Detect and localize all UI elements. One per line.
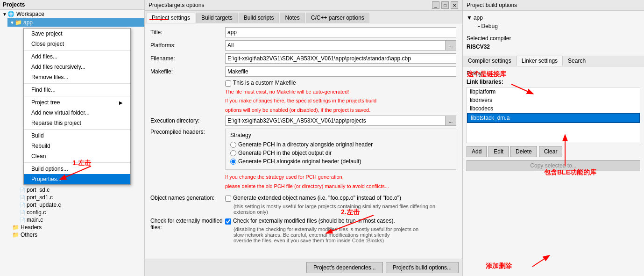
- minimize-button[interactable]: _: [432, 1, 439, 9]
- compiler-value: RISCV32: [467, 44, 640, 50]
- separator-5: [24, 162, 130, 163]
- check-modified-checkbox[interactable]: [225, 218, 231, 225]
- separator-2: [24, 83, 130, 84]
- radio-row-2: Generate PCH in the object output dir: [230, 150, 451, 156]
- subtab-search[interactable]: Search: [563, 56, 591, 66]
- radio-pch-1[interactable]: [230, 142, 236, 148]
- app-folder-icon: 📁: [15, 19, 22, 26]
- middle-panel: Project/targets options _ □ ✕ Project se…: [145, 0, 462, 276]
- maximize-button[interactable]: □: [441, 1, 449, 9]
- strategy-title: Strategy: [230, 132, 451, 138]
- tab-build-scripts[interactable]: Build scripts: [239, 13, 279, 23]
- menu-find-file[interactable]: Find file...: [24, 85, 130, 95]
- menu-project-tree[interactable]: Project tree ▶: [24, 97, 130, 108]
- folder-icon-others: 📁: [12, 232, 19, 238]
- menu-add-files-recursively[interactable]: Add files recursively...: [24, 62, 130, 72]
- tab-cpp-parser[interactable]: C/C++ parser options: [306, 13, 369, 23]
- object-names-cb-label: Generate extended object names (i.e. "fo…: [233, 195, 401, 201]
- add-button[interactable]: Add: [467, 146, 487, 157]
- object-names-checkbox-row: Generate extended object names (i.e. "fo…: [225, 195, 456, 202]
- linker-content: Policy: Link libraries: libplatform libd…: [463, 66, 644, 175]
- lib-buttons: Add Edit Delete Clear: [467, 146, 640, 157]
- close-button[interactable]: ✕: [451, 1, 458, 9]
- folder-headers: 📁 Headers 📁 Others: [4, 224, 139, 239]
- separator-3: [24, 96, 130, 96]
- build-tree-app-icon: ▼: [467, 15, 472, 21]
- execution-dir-input[interactable]: [225, 116, 445, 126]
- menu-build[interactable]: Build: [24, 131, 130, 141]
- app-expander: ▼: [9, 20, 15, 25]
- makefile-label: Makefile:: [150, 68, 225, 75]
- build-tree-debug[interactable]: └ Debug: [467, 22, 640, 30]
- dependencies-button[interactable]: Project's dependencies...: [306, 262, 383, 273]
- menu-reparse-project[interactable]: Reparse this project: [24, 118, 130, 128]
- tab-notes[interactable]: Notes: [280, 13, 304, 23]
- makefile-input[interactable]: [225, 66, 456, 77]
- platforms-input[interactable]: [225, 40, 445, 51]
- menu-remove-files[interactable]: Remove files...: [24, 72, 130, 82]
- check-modified-label: Check for externally modified files:: [150, 218, 225, 231]
- radio-pch-3[interactable]: [230, 159, 236, 165]
- lib-list: libplatform libdrivers libcodecs libbtst…: [467, 87, 640, 143]
- tab-build-targets[interactable]: Build targets: [196, 13, 238, 23]
- object-names-checkbox[interactable]: [225, 196, 231, 202]
- execution-dir-btn[interactable]: ...: [445, 116, 456, 126]
- file-port-sd1[interactable]: 📄 port_sd1.c: [19, 194, 139, 201]
- menu-build-options[interactable]: Build options...: [24, 164, 130, 174]
- menu-properties[interactable]: Properties...: [24, 174, 130, 184]
- menu-close-project[interactable]: Close project: [24, 39, 130, 49]
- menu-add-files[interactable]: Add files...: [24, 51, 130, 62]
- menu-add-virtual-folder[interactable]: Add new virtual folder...: [24, 108, 130, 118]
- platforms-input-group: ...: [225, 40, 456, 51]
- pch-warning-1: If you change the strategy used for PCH …: [225, 174, 456, 181]
- custom-makefile-row: This is a custom Makefile The file must …: [225, 80, 456, 114]
- lib-item-0[interactable]: libplatform: [467, 87, 640, 96]
- app-item[interactable]: ▼ 📁 app: [7, 18, 144, 27]
- panel-titlebar: Project/targets options _ □ ✕: [145, 0, 462, 11]
- radio-pch-2[interactable]: [230, 150, 236, 156]
- clear-button[interactable]: Clear: [539, 146, 563, 157]
- projects-header: Projects: [0, 0, 144, 10]
- check-modified-row: Check for externally modified files: Che…: [150, 218, 456, 243]
- edit-button[interactable]: Edit: [488, 146, 509, 157]
- filename-label: Filename:: [150, 55, 225, 62]
- file-icon-1: 📄: [20, 188, 25, 193]
- filename-input[interactable]: [225, 53, 456, 64]
- panel-controls: _ □ ✕: [432, 1, 458, 9]
- platforms-btn[interactable]: ...: [445, 40, 456, 51]
- workspace-item[interactable]: ▼ 🌐 Workspace: [0, 10, 144, 18]
- copy-selected-button[interactable]: Copy selected to...: [467, 160, 640, 171]
- subtab-compiler-settings[interactable]: Compiler settings: [463, 56, 517, 66]
- app-tree-node: ▼ 📁 app: [0, 18, 144, 27]
- object-names-info: (this setting is mostly useful for large…: [225, 203, 456, 215]
- pch-warning-2: please delete the old PCH file (or direc…: [225, 183, 456, 190]
- lib-item-2[interactable]: libcodecs: [467, 104, 640, 113]
- file-port-update[interactable]: 📄 port_update.c: [19, 201, 139, 209]
- folder-headers-item[interactable]: 📁 Headers: [11, 224, 139, 231]
- compiler-label: Selected compiler: [467, 35, 640, 42]
- build-tree-app[interactable]: ▼ app: [467, 14, 640, 22]
- platforms-label: Platforms:: [150, 42, 225, 49]
- radio-label-3: Generate PCH alongside original header (…: [238, 158, 361, 165]
- build-options-button[interactable]: Project's build options...: [386, 262, 459, 273]
- file-main[interactable]: 📄 main.c: [19, 216, 139, 224]
- file-port-sd[interactable]: 📄 port_sd.c: [19, 186, 139, 194]
- menu-rebuild[interactable]: Rebuild: [24, 141, 130, 151]
- menu-save-project[interactable]: Save project: [24, 29, 130, 39]
- warning-line3: options will only be enabled (or disable…: [225, 107, 456, 114]
- lib-item-1[interactable]: libdrivers: [467, 96, 640, 104]
- file-config[interactable]: 📄 config.c: [19, 209, 139, 216]
- app-label: app: [23, 19, 33, 26]
- folder-others-item[interactable]: 📁 Others: [11, 231, 139, 239]
- file-list: 📄 port_sd.c 📄 port_sd1.c 📄 port_update.c…: [4, 186, 139, 224]
- radio-label-2: Generate PCH in the object output dir: [238, 150, 332, 156]
- lib-item-3[interactable]: libbtstack_dm.a: [467, 113, 640, 123]
- radio-row-3: Generate PCH alongside original header (…: [230, 158, 451, 165]
- title-input[interactable]: [225, 27, 456, 37]
- delete-button[interactable]: Delete: [510, 146, 537, 157]
- custom-makefile-checkbox[interactable]: [225, 80, 231, 87]
- execution-dir-input-group: ...: [225, 116, 456, 126]
- subtab-linker-settings[interactable]: Linker settings: [517, 56, 563, 66]
- tab-project-settings[interactable]: Project settings: [147, 13, 195, 23]
- menu-clean[interactable]: Clean: [24, 151, 130, 161]
